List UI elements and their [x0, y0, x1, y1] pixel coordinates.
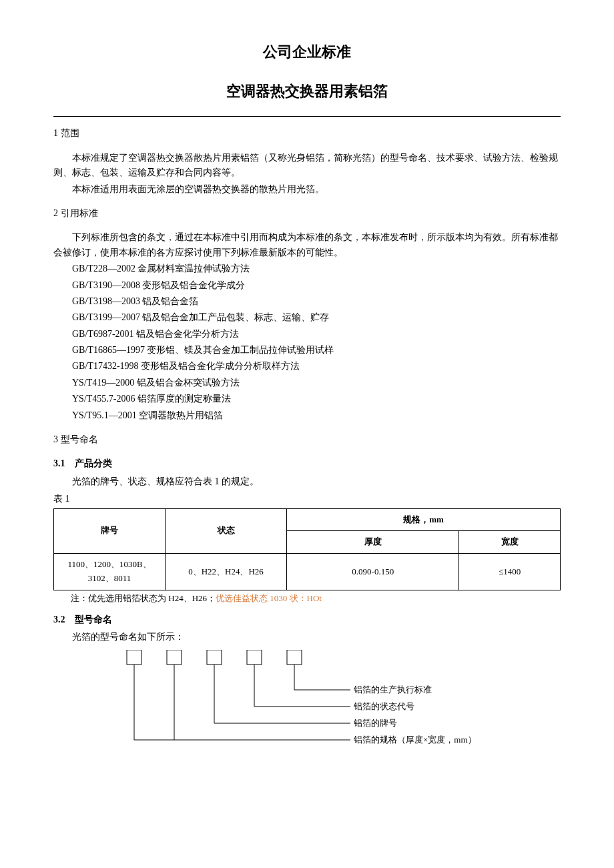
box-icon: [127, 650, 141, 665]
section-2-heading: 2 引用标准: [53, 206, 561, 221]
std-item: YS/T419—2000 铝及铝合金杯突试验方法: [53, 376, 561, 390]
main-title: 公司企业标准: [53, 40, 561, 63]
box-icon: [207, 650, 222, 665]
table-row: 1100、1200、1030B、3102、8011 0、H22、H24、H26 …: [54, 554, 561, 590]
td-thickness: 0.090-0.150: [287, 554, 459, 590]
connector-line: [294, 665, 350, 690]
table-1-caption: 表 1: [53, 492, 561, 506]
table-1-note: 注：优先选用铝箔状态为 H24、H26；优选佳益状态 1030 状：HOt: [53, 592, 561, 606]
box-icon: [167, 650, 182, 665]
std-item: YS/T95.1—2001 空调器散热片用铝箔: [53, 408, 561, 423]
box-icon: [247, 650, 262, 665]
table-1: 牌号 状态 规格，mm 厚度 宽度 1100、1200、1030B、3102、8…: [53, 508, 561, 590]
connector-line: [214, 665, 350, 723]
table-header-row: 牌号 状态 规格，mm: [54, 508, 561, 531]
std-item: GB/T16865—1997 变形铝、镁及其合金加工制品拉伸试验用试样: [53, 343, 561, 358]
section-2-intro: 下列标准所包含的条文，通过在本标准中引用而构成为本标准的条文，本标准发布时，所示…: [53, 230, 561, 260]
section-1-p2: 本标准适用用表面无涂层的空调器热交换器的散热片用光箔。: [53, 182, 561, 197]
section-1-p1: 本标准规定了空调器热交换器散热片用素铝箔（又称光身铝箔，简称光箔）的型号命名、技…: [53, 151, 561, 181]
std-item: GB/T3190—2008 变形铝及铝合金化学成分: [53, 278, 561, 293]
std-item: GB/T228—2002 金属材料室温拉伸试验方法: [53, 262, 561, 276]
std-item: GB/T17432-1998 变形铝及铝合金化学成分分析取样方法: [53, 359, 561, 374]
note-black: 注：优先选用铝箔状态为 H24、H26；: [71, 593, 216, 603]
std-item: YS/T455.7-2006 铝箔厚度的测定称量法: [53, 392, 561, 406]
connector-line: [174, 665, 350, 740]
section-3-heading: 3 型号命名: [53, 432, 561, 447]
section-3-2-p: 光箔的型号命名如下所示：: [53, 630, 561, 644]
section-3-2-heading: 3.2 型号命名: [53, 612, 561, 627]
diagram-label-2: 铝箔的状态代号: [353, 701, 414, 711]
th-spec: 规格，mm: [287, 508, 561, 531]
sub-title: 空调器热交换器用素铝箔: [53, 79, 561, 103]
section-1-heading: 1 范围: [53, 126, 561, 141]
divider-line: [53, 116, 561, 117]
naming-diagram: 铝箔的生产执行标准 铝箔的状态代号 铝箔的牌号 铝箔的规格（厚度×宽度，mm）: [120, 650, 561, 757]
td-grade: 1100、1200、1030B、3102、8011: [54, 554, 166, 590]
std-item: GB/T6987-2001 铝及铝合金化学分析方法: [53, 327, 561, 342]
th-grade: 牌号: [54, 508, 166, 554]
connector-line: [254, 665, 350, 707]
section-3-1-p: 光箔的牌号、状态、规格应符合表 1 的规定。: [53, 474, 561, 489]
th-thickness: 厚度: [287, 531, 459, 554]
diagram-label-4: 铝箔的规格（厚度×宽度，mm）: [353, 735, 477, 745]
diagram-label-1: 铝箔的生产执行标准: [353, 685, 432, 695]
connector-line: [134, 665, 174, 740]
th-width: 宽度: [459, 531, 561, 554]
naming-diagram-svg: 铝箔的生产执行标准 铝箔的状态代号 铝箔的牌号 铝箔的规格（厚度×宽度，mm）: [120, 650, 494, 757]
th-state: 状态: [165, 508, 286, 554]
td-width: ≤1400: [459, 554, 561, 590]
diagram-label-3: 铝箔的牌号: [353, 718, 397, 728]
std-item: GB/T3199—2007 铝及铝合金加工产品包装、标志、运输、贮存: [53, 310, 561, 325]
note-red: 优选佳益状态 1030 状：HOt: [216, 593, 322, 603]
td-state: 0、H22、H24、H26: [165, 554, 286, 590]
box-icon: [287, 650, 302, 665]
section-3-1-heading: 3.1 产品分类: [53, 456, 561, 471]
std-item: GB/T3198—2003 铝及铝合金箔: [53, 294, 561, 309]
